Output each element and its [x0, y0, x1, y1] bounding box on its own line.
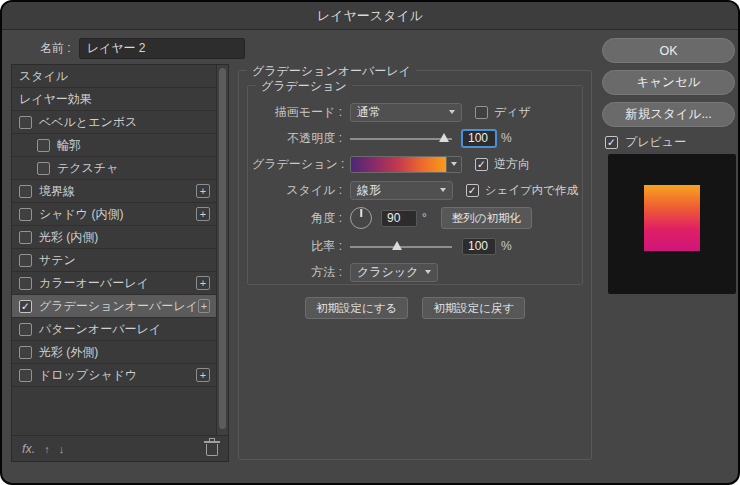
sidebar-item-color-overlay[interactable]: カラーオーバーレイ +	[12, 272, 217, 295]
sidebar-item-label: レイヤー効果	[19, 91, 92, 108]
outer-glow-checkbox[interactable]	[19, 346, 32, 359]
gradient-overlay-checkbox[interactable]: ✓	[19, 300, 32, 313]
pattern-overlay-checkbox[interactable]	[19, 323, 32, 336]
chevron-down-icon	[425, 270, 431, 274]
sidebar-item-label: テクスチャ	[57, 160, 118, 177]
sidebar-item-bevel-emboss[interactable]: ベベルとエンボス	[12, 111, 217, 134]
reverse-label: 逆方向	[494, 156, 530, 173]
sidebar-item-texture[interactable]: テクスチャ	[12, 157, 217, 180]
layer-name-input[interactable]: レイヤー 2	[79, 38, 245, 59]
texture-checkbox[interactable]	[37, 162, 50, 175]
slider-track	[350, 138, 452, 140]
bevel-emboss-checkbox[interactable]	[19, 116, 32, 129]
chevron-down-icon	[440, 188, 446, 192]
angle-needle	[360, 209, 362, 217]
add-drop-shadow-icon[interactable]: +	[196, 368, 210, 382]
dither-checkbox[interactable]	[475, 106, 488, 119]
method-row: 方法 : クラシック	[252, 259, 578, 285]
sidebar-item-pattern-overlay[interactable]: パターンオーバーレイ	[12, 318, 217, 341]
align-with-layer-checkbox[interactable]: ✓	[466, 184, 479, 197]
sidebar-item-inner-shadow[interactable]: シャドウ (内側) +	[12, 203, 217, 226]
sidebar-item-label: ベベルとエンボス	[39, 114, 137, 131]
reset-to-default-button[interactable]: 初期設定に戻す	[422, 297, 525, 319]
new-style-button[interactable]: 新規スタイル...	[602, 102, 735, 127]
sidebar-item-styles[interactable]: スタイル	[12, 65, 217, 88]
fx-button[interactable]: fx.	[22, 442, 35, 456]
ok-button[interactable]: OK	[602, 38, 735, 63]
scale-input[interactable]: 100	[462, 238, 496, 255]
opacity-input[interactable]: 100	[462, 130, 496, 147]
blend-mode-select[interactable]: 通常	[350, 103, 462, 122]
opacity-row: 不透明度 : 100 %	[252, 125, 578, 151]
gradient-label: グラデーション :	[252, 156, 342, 173]
inner-shadow-checkbox[interactable]	[19, 208, 32, 221]
reverse-checkbox[interactable]: ✓	[475, 158, 488, 171]
gradient-dropdown-button[interactable]	[446, 157, 461, 172]
sidebar-item-layer-effects[interactable]: レイヤー効果	[12, 88, 217, 111]
sidebar-item-inner-glow[interactable]: 光彩 (内側)	[12, 226, 217, 249]
chevron-down-icon	[449, 110, 455, 114]
angle-dial[interactable]	[350, 207, 372, 229]
inner-glow-checkbox[interactable]	[19, 231, 32, 244]
cancel-button[interactable]: キャンセル	[602, 70, 735, 95]
drop-shadow-checkbox[interactable]	[19, 369, 32, 382]
style-select[interactable]: 線形	[350, 181, 453, 200]
contour-checkbox[interactable]	[37, 139, 50, 152]
blend-mode-label: 描画モード :	[252, 104, 342, 121]
sidebar-scrollbar[interactable]	[216, 65, 228, 435]
add-inner-shadow-icon[interactable]: +	[196, 207, 210, 221]
scale-row: 比率 : 100 %	[252, 233, 578, 259]
gradient-preview-bar[interactable]	[351, 157, 446, 172]
reset-alignment-button[interactable]: 整列の初期化	[441, 207, 532, 229]
blend-mode-row: 描画モード : 通常 ディザ	[252, 99, 578, 125]
make-default-button[interactable]: 初期設定にする	[305, 297, 408, 319]
scale-slider-thumb[interactable]	[392, 241, 402, 250]
add-gradient-overlay-icon[interactable]: +	[198, 299, 210, 313]
gradient-picker[interactable]	[350, 156, 462, 173]
dither-label: ディザ	[494, 104, 531, 121]
sidebar-item-label: 境界線	[39, 183, 75, 200]
gradient-group: グラデーション 描画モード : 通常 ディザ 不透明度	[247, 85, 583, 285]
opacity-slider[interactable]	[350, 131, 452, 145]
method-select[interactable]: クラシック	[350, 263, 438, 282]
move-effect-up-icon[interactable]: ↑	[44, 443, 50, 455]
styles-list: スタイル レイヤー効果 ベベルとエンボス 輪郭 テ	[12, 65, 217, 387]
angle-row: 角度 : 90 ° 整列の初期化	[252, 203, 578, 233]
sidebar-item-label: 光彩 (外側)	[39, 344, 98, 361]
add-color-overlay-icon[interactable]: +	[196, 276, 210, 290]
default-buttons-row: 初期設定にする 初期設定に戻す	[305, 297, 525, 319]
sidebar-item-outer-glow[interactable]: 光彩 (外側)	[12, 341, 217, 364]
preview-checkbox[interactable]: ✓	[605, 136, 618, 149]
sidebar-item-gradient-overlay[interactable]: ✓ グラデーションオーバーレイ +	[12, 295, 217, 318]
dialog-title: レイヤースタイル	[317, 7, 423, 25]
layer-style-dialog: レイヤースタイル 名前 : レイヤー 2 スタイル レイヤー効果 ベベルとエンボ…	[0, 0, 740, 485]
satin-checkbox[interactable]	[19, 254, 32, 267]
sidebar-item-label: 輪郭	[57, 137, 81, 154]
sidebar-item-drop-shadow[interactable]: ドロップシャドウ +	[12, 364, 217, 387]
sidebar-item-label: シャドウ (内側)	[39, 206, 123, 223]
scale-slider[interactable]	[350, 239, 452, 253]
sidebar-footer: fx. ↑ ↓	[12, 435, 228, 461]
action-column: OK キャンセル 新規スタイル... ✓ プレビュー	[602, 38, 736, 151]
window-frame: レイヤースタイル 名前 : レイヤー 2 スタイル レイヤー効果 ベベルとエンボ…	[0, 0, 740, 485]
sidebar-item-contour[interactable]: 輪郭	[12, 134, 217, 157]
method-value: クラシック	[357, 264, 418, 281]
preview-label: プレビュー	[625, 134, 686, 151]
sidebar-item-label: ドロップシャドウ	[39, 367, 137, 384]
angle-input[interactable]: 90	[381, 210, 417, 227]
style-row: スタイル : 線形 ✓ シェイプ内で作成	[252, 177, 578, 203]
sidebar-item-stroke[interactable]: 境界線 +	[12, 180, 217, 203]
opacity-slider-thumb[interactable]	[439, 133, 449, 142]
sidebar-item-satin[interactable]: サテン	[12, 249, 217, 272]
chevron-down-icon	[451, 162, 457, 166]
sidebar-item-label: カラーオーバーレイ	[39, 275, 149, 292]
stroke-checkbox[interactable]	[19, 185, 32, 198]
move-effect-down-icon[interactable]: ↓	[59, 443, 65, 455]
add-stroke-icon[interactable]: +	[196, 184, 210, 198]
delete-effect-icon[interactable]	[206, 444, 218, 456]
scrollbar-thumb[interactable]	[219, 68, 226, 429]
blend-mode-value: 通常	[357, 104, 381, 121]
sidebar-item-label: グラデーションオーバーレイ	[39, 298, 198, 315]
preview-toggle-row: ✓ プレビュー	[605, 134, 736, 151]
color-overlay-checkbox[interactable]	[19, 277, 32, 290]
